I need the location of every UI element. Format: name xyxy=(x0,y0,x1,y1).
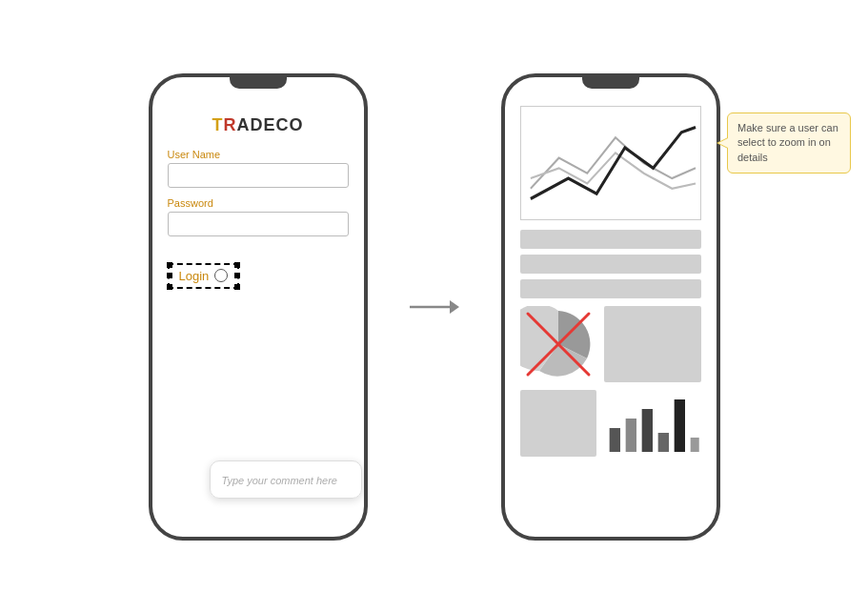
login-button-text: Login xyxy=(179,269,210,283)
phone-notch-right xyxy=(582,77,639,89)
password-label: Password xyxy=(168,197,349,209)
handle-mr xyxy=(234,273,240,278)
password-input[interactable] xyxy=(168,212,349,236)
svg-rect-6 xyxy=(641,409,652,452)
bar-row-3 xyxy=(520,279,701,298)
svg-rect-8 xyxy=(674,399,684,452)
pie-chart-svg xyxy=(520,306,596,382)
phone-notch-left xyxy=(230,77,287,89)
bar-chart-small[interactable] xyxy=(604,390,701,457)
main-container: TRADECO User Name Password Login xyxy=(0,0,868,613)
annotation-text: Make sure a user can select to zoom in o… xyxy=(737,122,838,163)
arrow-container xyxy=(406,294,463,320)
line-chart-svg xyxy=(521,107,700,219)
svg-marker-1 xyxy=(450,300,459,314)
bar-rows-container xyxy=(520,230,701,298)
bottom-section-1 xyxy=(520,306,701,382)
app-title: TRADECO xyxy=(168,115,349,135)
svg-rect-9 xyxy=(690,438,698,452)
radio-button[interactable] xyxy=(214,269,228,282)
right-phone xyxy=(501,73,720,541)
pie-chart[interactable] xyxy=(520,306,596,382)
comment-popup[interactable]: Type your comment here xyxy=(210,460,362,499)
square-placeholder-2 xyxy=(520,390,596,457)
svg-rect-7 xyxy=(657,433,668,452)
bar-chart-svg xyxy=(604,390,701,457)
right-phone-content xyxy=(505,89,717,537)
handle-br xyxy=(234,284,240,290)
annotation-callout: Make sure a user can select to zoom in o… xyxy=(727,112,851,174)
transition-arrow xyxy=(408,294,460,320)
handle-tr xyxy=(234,262,240,268)
handle-bl xyxy=(167,284,172,290)
comment-placeholder-text: Type your comment here xyxy=(222,475,337,486)
svg-rect-5 xyxy=(625,419,636,452)
bottom-section-2 xyxy=(520,390,701,457)
handle-ml xyxy=(167,273,172,278)
left-phone: TRADECO User Name Password Login xyxy=(149,73,368,541)
username-input[interactable] xyxy=(168,163,349,188)
bar-row-2 xyxy=(520,255,701,274)
login-selection-box[interactable]: Login xyxy=(168,263,240,289)
username-label: User Name xyxy=(168,149,349,160)
line-chart[interactable] xyxy=(520,106,701,220)
square-placeholder-1 xyxy=(604,306,701,382)
login-button-wrapper: Login xyxy=(168,263,240,289)
handle-tl xyxy=(167,262,172,268)
svg-rect-4 xyxy=(609,428,619,452)
bar-row-1 xyxy=(520,230,701,249)
